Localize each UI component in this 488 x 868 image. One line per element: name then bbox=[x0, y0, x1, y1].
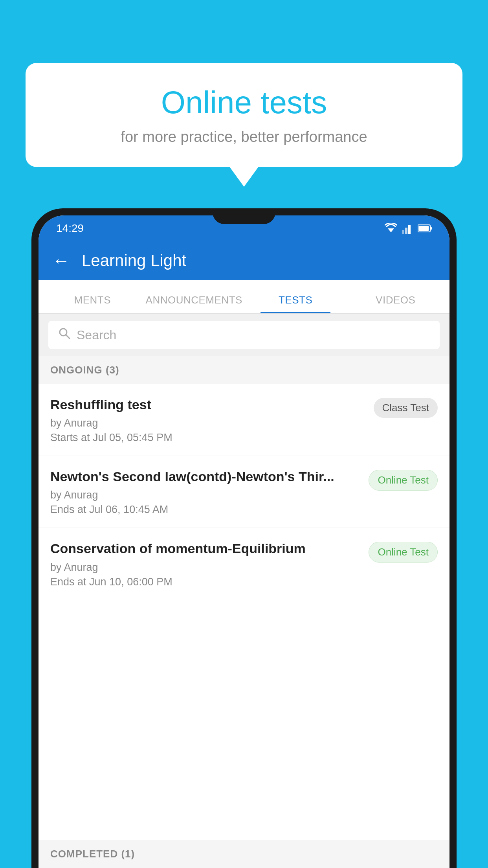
svg-marker-0 bbox=[388, 228, 394, 232]
test-item-info: Reshuffling test by Anurag Starts at Jul… bbox=[50, 396, 366, 444]
tabs-bar: MENTS ANNOUNCEMENTS TESTS VIDEOS bbox=[39, 280, 449, 314]
test-list: Reshuffling test by Anurag Starts at Jul… bbox=[39, 384, 449, 840]
speech-bubble: Online tests for more practice, better p… bbox=[26, 63, 462, 167]
test-item[interactable]: Conservation of momentum-Equilibrium by … bbox=[39, 528, 449, 600]
completed-section-header: COMPLETED (1) bbox=[39, 840, 449, 868]
svg-rect-2 bbox=[405, 228, 407, 234]
status-time: 14:29 bbox=[56, 222, 84, 235]
wifi-icon bbox=[385, 223, 397, 234]
back-button[interactable]: ← bbox=[52, 250, 70, 271]
test-item-info: Newton's Second law(contd)-Newton's Thir… bbox=[50, 468, 361, 516]
test-item-date: Ends at Jun 10, 06:00 PM bbox=[50, 576, 361, 588]
search-container: Search bbox=[39, 314, 449, 356]
svg-rect-6 bbox=[418, 226, 429, 231]
phone-notch bbox=[213, 208, 275, 224]
app-bar: ← Learning Light bbox=[39, 241, 449, 280]
test-item-by: by Anurag bbox=[50, 561, 361, 574]
phone-frame: 14:29 bbox=[31, 208, 457, 868]
test-badge: Online Test bbox=[369, 542, 438, 563]
battery-icon bbox=[418, 224, 432, 233]
app-title: Learning Light bbox=[82, 251, 186, 270]
tab-ments[interactable]: MENTS bbox=[42, 294, 143, 313]
signal-icon bbox=[402, 223, 413, 234]
test-badge: Online Test bbox=[369, 470, 438, 491]
tab-announcements[interactable]: ANNOUNCEMENTS bbox=[143, 294, 246, 313]
test-item-title: Reshuffling test bbox=[50, 396, 366, 413]
test-item-info: Conservation of momentum-Equilibrium by … bbox=[50, 540, 361, 588]
svg-rect-5 bbox=[430, 227, 432, 230]
test-item-by: by Anurag bbox=[50, 489, 361, 501]
test-item-date: Ends at Jul 06, 10:45 AM bbox=[50, 504, 361, 516]
tab-tests[interactable]: TESTS bbox=[246, 294, 346, 313]
search-icon bbox=[58, 327, 71, 343]
speech-bubble-subtitle: for more practice, better performance bbox=[49, 129, 439, 145]
speech-bubble-title: Online tests bbox=[49, 85, 439, 121]
status-icons bbox=[385, 223, 432, 234]
svg-rect-1 bbox=[402, 230, 404, 234]
search-bar[interactable]: Search bbox=[48, 321, 440, 349]
ongoing-label: ONGOING (3) bbox=[50, 364, 438, 376]
svg-rect-3 bbox=[408, 225, 411, 234]
test-item[interactable]: Reshuffling test by Anurag Starts at Jul… bbox=[39, 384, 449, 456]
phone-screen: 14:29 bbox=[39, 215, 449, 868]
test-item-title: Conservation of momentum-Equilibrium bbox=[50, 540, 361, 557]
test-item-title: Newton's Second law(contd)-Newton's Thir… bbox=[50, 468, 361, 485]
svg-line-8 bbox=[66, 335, 70, 338]
test-badge: Class Test bbox=[374, 398, 438, 418]
test-item[interactable]: Newton's Second law(contd)-Newton's Thir… bbox=[39, 456, 449, 528]
test-item-date: Starts at Jul 05, 05:45 PM bbox=[50, 432, 366, 444]
ongoing-section-header: ONGOING (3) bbox=[39, 356, 449, 384]
search-placeholder: Search bbox=[77, 328, 116, 342]
test-item-by: by Anurag bbox=[50, 417, 366, 429]
completed-label: COMPLETED (1) bbox=[50, 848, 438, 860]
tab-videos[interactable]: VIDEOS bbox=[345, 294, 446, 313]
